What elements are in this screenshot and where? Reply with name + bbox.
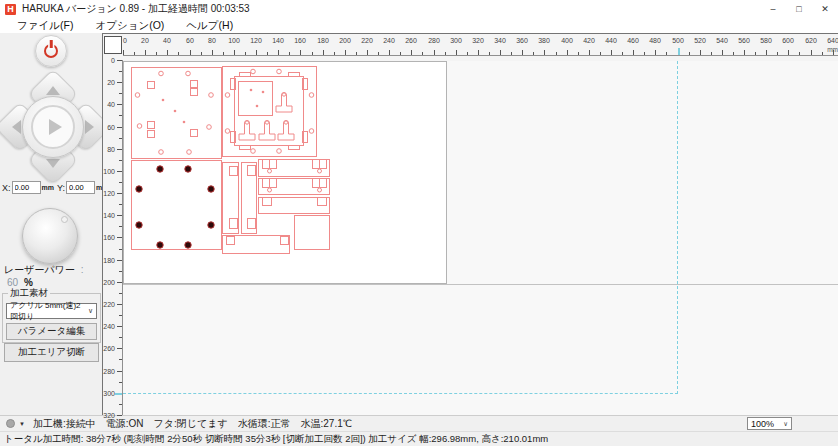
status-water-temp: 水温:27.1℃ <box>300 417 351 431</box>
play-icon <box>49 119 62 135</box>
status-caret-icon[interactable]: ▼ <box>19 421 25 427</box>
connection-status-icon <box>6 419 15 428</box>
control-sidebar: X: mm Y: mm レーザーパワー : 60 % 加工素材 アクリル 5mm… <box>0 33 102 415</box>
y-label: Y: <box>57 183 65 193</box>
status-power: 電源:ON <box>106 417 144 431</box>
statusbar-job: トータル加工時間: 38分7秒 (彫刻時間 2分50秒 切断時間 35分3秒 [… <box>0 431 838 446</box>
job-summary-text: トータル加工時間: 38分7秒 (彫刻時間 2分50秒 切断時間 35分3秒 [… <box>4 433 548 446</box>
menu-options[interactable]: オプション(O) <box>84 19 175 33</box>
x-position-field[interactable] <box>12 181 41 194</box>
position-readout: X: mm Y: mm <box>2 181 102 194</box>
arrow-up-icon <box>46 86 60 95</box>
status-machine: 加工機:接続中 <box>33 417 96 431</box>
job-drawing <box>123 61 463 291</box>
parameter-edit-button[interactable]: パラメータ編集 <box>6 323 97 340</box>
menu-file[interactable]: ファイル(F) <box>6 19 84 33</box>
status-water-circulation: 水循環:正常 <box>238 417 291 431</box>
horizontal-ruler: 0204060801001201401601802002202402602803… <box>123 36 838 56</box>
knob-indicator-dot <box>61 216 68 223</box>
statusbar-machine: ▼ 加工機:接続中 電源:ON フタ:閉じてます 水循環:正常 水温:27.1℃… <box>0 415 838 431</box>
arrow-left-icon <box>12 120 21 134</box>
power-knob[interactable] <box>22 208 78 264</box>
arrow-down-icon <box>46 159 60 168</box>
titlebar: H HARUKA バージョン 0.89 - 加工経過時間 00:03:53 – … <box>0 0 838 18</box>
laser-power-separator: : <box>78 264 87 275</box>
close-button[interactable]: ✕ <box>812 0 838 18</box>
cut-work-area-button[interactable]: 加工エリア切断 <box>4 343 99 362</box>
app-logo-icon: H <box>5 4 16 15</box>
canvas-viewport[interactable] <box>123 61 838 415</box>
zoom-value: 100% <box>751 419 774 429</box>
menu-help[interactable]: ヘルプ(H) <box>175 19 244 33</box>
arrow-right-icon <box>85 120 94 134</box>
menubar: ファイル(F) オプション(O) ヘルプ(H) <box>0 18 838 33</box>
zoom-chevron-down-icon: ∨ <box>783 420 788 428</box>
canvas-panel: 0204060801001201401601802002202402602803… <box>102 33 838 415</box>
material-selected-value: アクリル 5mm(速)2回切り <box>10 300 88 322</box>
zoom-select[interactable]: 100% ∨ <box>747 417 792 430</box>
maximize-button[interactable]: □ <box>786 0 812 18</box>
chevron-down-icon: ∨ <box>88 307 93 315</box>
window-title: HARUKA バージョン 0.89 - 加工経過時間 00:03:53 <box>22 2 250 16</box>
work-area-ruler-mark-h <box>678 48 680 55</box>
power-icon <box>44 44 58 58</box>
start-job-button[interactable] <box>22 96 84 158</box>
material-group-label: 加工素材 <box>8 287 50 300</box>
app-window: H HARUKA バージョン 0.89 - 加工経過時間 00:03:53 – … <box>0 0 838 446</box>
laser-power-label: レーザーパワー <box>4 264 75 275</box>
ruler-corner-box <box>104 36 122 54</box>
laser-power-button[interactable] <box>35 35 67 67</box>
x-unit: mm <box>42 184 54 191</box>
start-button-ring <box>31 105 75 149</box>
jog-dpad <box>5 79 101 175</box>
material-select[interactable]: アクリル 5mm(速)2回切り ∨ <box>6 303 97 319</box>
minimize-button[interactable]: – <box>760 0 786 18</box>
vertical-ruler: 0204060801001201401601802002202402602803… <box>103 60 123 415</box>
laser-power-readout: レーザーパワー : 60 % <box>4 263 102 288</box>
x-label: X: <box>2 183 11 193</box>
work-area-ruler-mark-v <box>115 393 122 395</box>
material-groupbox: 加工素材 アクリル 5mm(速)2回切り ∨ パラメータ編集 <box>2 293 101 343</box>
status-lid: フタ:閉じてます <box>154 417 228 431</box>
y-position-field[interactable] <box>66 181 95 194</box>
